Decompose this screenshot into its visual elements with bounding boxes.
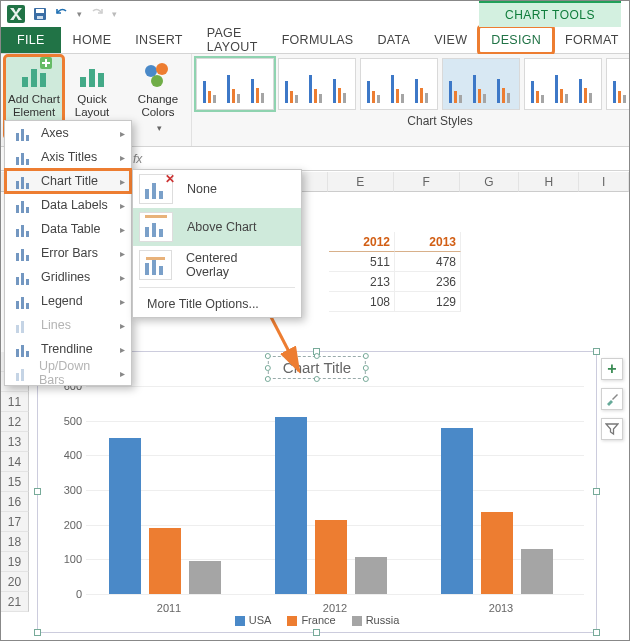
contextual-tab-chart-tools: CHART TOOLS bbox=[479, 1, 621, 27]
row-header[interactable]: 21 bbox=[1, 592, 29, 612]
bar[interactable] bbox=[481, 512, 513, 594]
row-header[interactable]: 14 bbox=[1, 452, 29, 472]
chart-style-thumb[interactable] bbox=[606, 58, 630, 110]
above-chart-icon bbox=[139, 212, 173, 242]
chart-style-thumb[interactable] bbox=[524, 58, 602, 110]
row-header[interactable]: 19 bbox=[1, 552, 29, 572]
row-header[interactable]: 16 bbox=[1, 492, 29, 512]
tab-view[interactable]: VIEW bbox=[422, 27, 479, 53]
undo-dropdown-icon[interactable]: ▾ bbox=[77, 9, 82, 19]
menu-item-error-bars[interactable]: Error Bars▸ bbox=[5, 241, 131, 265]
tab-page-layout[interactable]: PAGE LAYOUT bbox=[195, 27, 270, 53]
cell[interactable]: 511 bbox=[329, 252, 395, 272]
brush-icon bbox=[605, 392, 619, 406]
chart-style-thumb[interactable] bbox=[278, 58, 356, 110]
svg-point-3 bbox=[145, 65, 157, 77]
y-tick-label: 200 bbox=[52, 519, 82, 531]
cell[interactable]: 129 bbox=[395, 292, 461, 312]
chart-title-submenu: ✕ None Above Chart Centered Overlay More… bbox=[132, 169, 302, 318]
submenu-item-none[interactable]: ✕ None bbox=[133, 170, 301, 208]
menu-item-gridlines[interactable]: Gridlines▸ bbox=[5, 265, 131, 289]
add-chart-element-label: Add Chart Element bbox=[8, 93, 60, 119]
bar[interactable] bbox=[149, 528, 181, 594]
bar[interactable] bbox=[355, 557, 387, 594]
tab-format[interactable]: FORMAT bbox=[553, 27, 630, 53]
menu-item-data-labels[interactable]: Data Labels▸ bbox=[5, 193, 131, 217]
menu-item-trendline[interactable]: Trendline▸ bbox=[5, 337, 131, 361]
col-header[interactable]: G bbox=[460, 172, 520, 192]
bar[interactable] bbox=[441, 428, 473, 594]
submenu-item-above-chart[interactable]: Above Chart bbox=[133, 208, 301, 246]
centered-overlay-icon bbox=[139, 250, 172, 280]
quick-layout-icon bbox=[76, 59, 108, 91]
none-icon: ✕ bbox=[139, 174, 173, 204]
chart-style-thumb[interactable] bbox=[442, 58, 520, 110]
legend-item[interactable]: USA bbox=[235, 614, 272, 626]
submenu-item-more-options[interactable]: More Title Options... bbox=[133, 291, 301, 317]
col-header[interactable]: I bbox=[579, 172, 629, 192]
bar[interactable] bbox=[189, 561, 221, 594]
bar[interactable] bbox=[521, 549, 553, 594]
y-tick-label: 300 bbox=[52, 484, 82, 496]
bar[interactable] bbox=[315, 520, 347, 594]
change-colors-button[interactable]: Change Colors bbox=[130, 57, 186, 137]
ribbon-tabs: FILE HOME INSERT PAGE LAYOUT FORMULAS DA… bbox=[1, 27, 629, 54]
plot-area[interactable]: 0100200300400500600201120122013 bbox=[86, 386, 584, 594]
quick-layout-label: Quick Layout bbox=[75, 93, 110, 119]
fx-icon[interactable]: fx bbox=[133, 152, 142, 166]
tab-data[interactable]: DATA bbox=[365, 27, 422, 53]
plus-icon: + bbox=[607, 360, 616, 378]
cell[interactable]: 108 bbox=[329, 292, 395, 312]
add-chart-element-menu: Axes▸ Axis Titles▸ Chart Title▸ Data Lab… bbox=[4, 120, 132, 386]
x-tick-label: 2011 bbox=[157, 602, 181, 614]
legend-item[interactable]: France bbox=[287, 614, 335, 626]
tab-insert[interactable]: INSERT bbox=[123, 27, 194, 53]
change-colors-icon bbox=[142, 59, 174, 91]
funnel-icon bbox=[605, 422, 619, 436]
row-header[interactable]: 11 bbox=[1, 392, 29, 412]
undo-icon[interactable] bbox=[55, 7, 69, 21]
row-header[interactable]: 17 bbox=[1, 512, 29, 532]
chart-style-thumb[interactable] bbox=[196, 58, 274, 110]
tab-file[interactable]: FILE bbox=[1, 27, 61, 53]
row-header[interactable]: 12 bbox=[1, 412, 29, 432]
bar[interactable] bbox=[275, 417, 307, 594]
chart-elements-button[interactable]: + bbox=[601, 358, 623, 380]
row-header[interactable]: 13 bbox=[1, 432, 29, 452]
tab-home[interactable]: HOME bbox=[61, 27, 124, 53]
menu-item-axes[interactable]: Axes▸ bbox=[5, 121, 131, 145]
menu-item-axis-titles[interactable]: Axis Titles▸ bbox=[5, 145, 131, 169]
cell[interactable]: 213 bbox=[329, 272, 395, 292]
chart-style-thumb[interactable] bbox=[360, 58, 438, 110]
y-tick-label: 0 bbox=[52, 588, 82, 600]
redo-icon[interactable] bbox=[90, 7, 104, 21]
row-header[interactable]: 18 bbox=[1, 532, 29, 552]
save-icon[interactable] bbox=[33, 7, 47, 21]
y-tick-label: 100 bbox=[52, 553, 82, 565]
bar[interactable] bbox=[109, 438, 141, 594]
chart-filters-button[interactable] bbox=[601, 418, 623, 440]
embedded-chart[interactable]: Chart Title 0100200300400500600201120122… bbox=[37, 351, 597, 633]
col-header[interactable]: H bbox=[519, 172, 579, 192]
tab-formulas[interactable]: FORMULAS bbox=[270, 27, 366, 53]
tab-design[interactable]: DESIGN bbox=[479, 27, 553, 53]
col-header[interactable]: F bbox=[394, 172, 460, 192]
cell[interactable]: 236 bbox=[395, 272, 461, 292]
menu-item-updown-bars: Up/Down Bars▸ bbox=[5, 361, 131, 385]
legend-item[interactable]: Russia bbox=[352, 614, 400, 626]
cell[interactable]: 2012 bbox=[329, 232, 395, 252]
menu-item-legend[interactable]: Legend▸ bbox=[5, 289, 131, 313]
col-header[interactable]: E bbox=[328, 172, 394, 192]
chart-styles-gallery[interactable] bbox=[192, 54, 630, 114]
submenu-item-centered-overlay[interactable]: Centered Overlay bbox=[133, 246, 301, 284]
chart-title[interactable]: Chart Title bbox=[268, 356, 366, 379]
menu-item-chart-title[interactable]: Chart Title▸ bbox=[5, 169, 131, 193]
row-header[interactable]: 20 bbox=[1, 572, 29, 592]
chart-legend[interactable]: USAFranceRussia bbox=[38, 614, 596, 626]
chart-styles-button[interactable] bbox=[601, 388, 623, 410]
menu-item-data-table[interactable]: Data Table▸ bbox=[5, 217, 131, 241]
row-header[interactable]: 15 bbox=[1, 472, 29, 492]
qat-customize-icon[interactable]: ▾ bbox=[112, 9, 117, 19]
cell[interactable]: 478 bbox=[395, 252, 461, 272]
cell[interactable]: 2013 bbox=[395, 232, 461, 252]
